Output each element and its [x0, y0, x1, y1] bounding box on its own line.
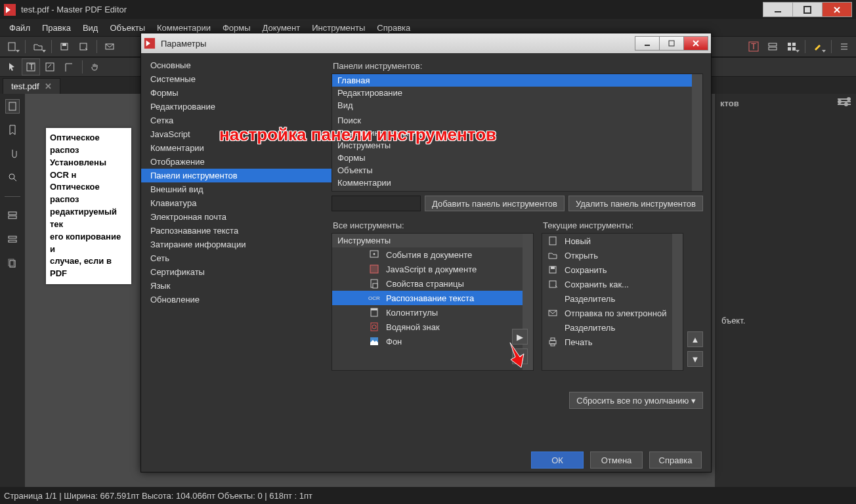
nav-item[interactable]: Сетка	[141, 114, 332, 127]
mail-button[interactable]	[100, 38, 119, 55]
all-tools-item[interactable]: OCRРаспознавание текста	[332, 291, 533, 305]
toolbars-list-row[interactable]: Инструменты	[332, 139, 702, 152]
document-tab[interactable]: test.pdf ✕	[3, 78, 60, 94]
nav-item[interactable]: Обновление	[141, 293, 332, 306]
scrollbar[interactable]	[672, 234, 683, 370]
new-doc-button[interactable]	[3, 38, 21, 55]
nav-item[interactable]: Основные	[141, 58, 332, 72]
attachments-icon[interactable]	[5, 146, 20, 161]
ok-button[interactable]: ОК	[531, 452, 584, 469]
copy-icon[interactable]	[5, 256, 20, 270]
layers-icon[interactable]	[5, 209, 20, 223]
menu-view[interactable]: Вид	[77, 22, 104, 34]
nav-item[interactable]: Сеть	[141, 251, 332, 265]
dialog-close-button[interactable]	[683, 36, 708, 51]
nav-item[interactable]: Формы	[141, 86, 332, 100]
nav-item[interactable]: Комментарии	[141, 141, 332, 155]
edit-tool-1[interactable]	[41, 58, 59, 75]
current-tools-item[interactable]: Сохранить	[542, 262, 683, 277]
toolbars-list-row[interactable]: Редактирование	[332, 87, 702, 99]
current-tools-item[interactable]: Сохранить как...	[542, 277, 683, 291]
nav-item[interactable]: Затирание информации	[141, 238, 332, 251]
toolbars-list-row[interactable]: Поиск	[332, 114, 702, 127]
nav-item[interactable]: Системные	[141, 72, 332, 86]
current-tools-item[interactable]: Разделитель	[542, 291, 683, 306]
open-button[interactable]	[29, 38, 47, 55]
all-tools-item[interactable]: Колонтитулы	[332, 305, 533, 320]
window-minimize-button[interactable]	[763, 2, 793, 17]
highlight-tool-button[interactable]	[809, 38, 827, 55]
save-button[interactable]	[55, 38, 74, 55]
current-tools-item[interactable]: Открыть	[542, 248, 683, 262]
toolbars-list-row[interactable]: Формы	[332, 152, 702, 164]
delete-toolbar-button[interactable]: Удалить панель инструментов	[568, 196, 703, 211]
fields-icon[interactable]	[5, 232, 20, 247]
all-tools-tree[interactable]: ИнструментыСобытия в документеJavaScript…	[332, 233, 534, 371]
nav-item[interactable]: Язык	[141, 279, 332, 293]
panel-settings-icon[interactable]	[838, 98, 851, 108]
dialog-maximize-button[interactable]	[659, 36, 684, 51]
thumbnails-icon[interactable]	[5, 99, 20, 114]
form-tool-button[interactable]	[763, 38, 782, 55]
toolbar-name-input[interactable]	[332, 196, 421, 211]
window-close-button[interactable]	[822, 2, 852, 17]
toolbars-list-row[interactable]: Главная	[332, 74, 702, 87]
save-as-button[interactable]	[74, 38, 93, 55]
search-icon[interactable]	[5, 170, 20, 184]
menu-objects[interactable]: Объекты	[104, 22, 150, 34]
current-tools-item[interactable]: Отправка по электронной	[542, 306, 683, 320]
current-tools-item[interactable]: Разделитель	[542, 320, 683, 335]
text-tool-button[interactable]: T	[744, 38, 763, 55]
nav-item[interactable]: Клавиатура	[141, 196, 332, 210]
text-select-tool[interactable]: T	[22, 58, 40, 75]
toolbars-listbox[interactable]: ГлавнаяРедактированиеВид ПоискПанели инс…	[332, 74, 703, 192]
toolbars-list-row[interactable]: Объекты	[332, 164, 702, 177]
dialog-titlebar[interactable]: Параметры	[141, 33, 711, 53]
all-tools-header[interactable]: Инструменты	[332, 234, 533, 247]
menu-tools[interactable]: Инструменты	[307, 22, 370, 34]
bookmarks-icon[interactable]	[5, 123, 20, 137]
menu-file[interactable]: Файл	[4, 22, 35, 34]
all-tools-item[interactable]: Фон	[332, 334, 533, 348]
current-tools-item[interactable]: Печать	[542, 335, 683, 349]
add-toolbar-button[interactable]: Добавить панель инструментов	[425, 196, 565, 211]
toolbars-list-row[interactable]: Комментарии	[332, 177, 702, 189]
move-down-button[interactable]: ▼	[687, 351, 703, 367]
help-button[interactable]: Справка	[649, 452, 702, 469]
current-tools-list[interactable]: НовыйОткрытьСохранитьСохранить как...Раз…	[542, 233, 683, 371]
close-tab-icon[interactable]: ✕	[45, 81, 52, 91]
menu-comments[interactable]: Комментарии	[152, 22, 216, 34]
current-tools-item[interactable]: Новый	[542, 234, 683, 248]
scrollbar[interactable]	[692, 74, 702, 191]
nav-item[interactable]: Электронная почта	[141, 210, 332, 224]
pointer-tool[interactable]	[3, 58, 21, 75]
nav-item[interactable]: Сертификаты	[141, 265, 332, 279]
dialog-minimize-button[interactable]	[635, 36, 660, 51]
all-tools-item[interactable]: События в документе	[332, 247, 533, 262]
menu-document[interactable]: Документ	[257, 22, 306, 34]
nav-item[interactable]: Отображение	[141, 155, 332, 169]
move-up-button[interactable]: ▲	[687, 331, 703, 347]
toolbars-list-row[interactable]: Панели инструментов	[332, 127, 702, 139]
window-maximize-button[interactable]	[792, 2, 823, 17]
add-tool-button[interactable]: ▶	[512, 329, 528, 345]
menu-lines-icon[interactable]	[835, 38, 853, 55]
toolbars-list-row[interactable]: Вид	[332, 99, 702, 112]
cancel-button[interactable]: Отмена	[590, 452, 643, 469]
edit-tool-2[interactable]	[60, 58, 78, 75]
hand-tool[interactable]	[86, 58, 104, 75]
nav-item[interactable]: Внешний вид	[141, 182, 332, 196]
menu-edit[interactable]: Правка	[37, 22, 76, 34]
layout-tool-button[interactable]	[782, 38, 801, 55]
all-tools-item[interactable]: Свойства страницы	[332, 276, 533, 291]
reset-defaults-button[interactable]: Сбросить все по умолчанию	[569, 392, 703, 409]
nav-item[interactable]: Распознавание текста	[141, 224, 332, 238]
nav-item[interactable]: JavaScript	[141, 127, 332, 141]
all-tools-item[interactable]: JavaScript в документе	[332, 262, 533, 276]
menu-help[interactable]: Справка	[372, 22, 416, 34]
remove-tool-button[interactable]: ◀	[512, 348, 528, 364]
all-tools-item[interactable]: Водяной знак	[332, 320, 533, 334]
nav-item[interactable]: Редактирование	[141, 100, 332, 114]
nav-item[interactable]: Панели инструментов	[141, 169, 332, 182]
menu-forms[interactable]: Формы	[217, 22, 256, 34]
